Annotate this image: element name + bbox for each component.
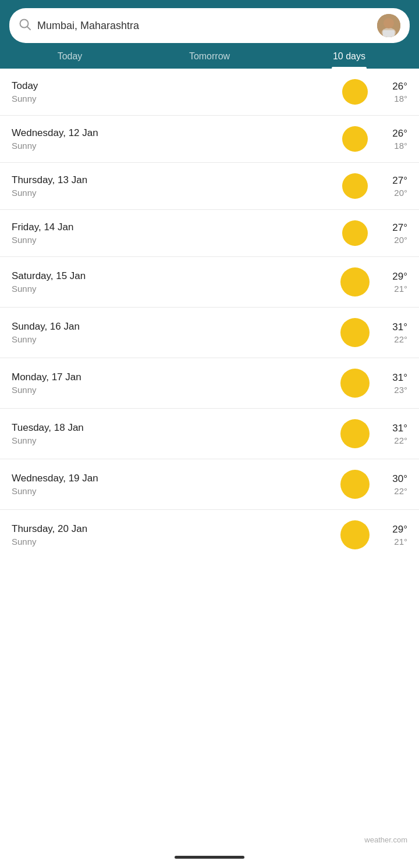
temperatures: 31° 22° xyxy=(372,423,407,445)
day-name: Thursday, 13 Jan xyxy=(12,174,338,186)
temperatures: 27° 20° xyxy=(372,175,407,198)
weather-list: Today Sunny 26° 18° Wednesday, 12 Jan Su… xyxy=(0,69,419,830)
day-name: Tuesday, 18 Jan xyxy=(12,422,338,434)
sunny-icon xyxy=(342,126,368,152)
sunny-icon xyxy=(340,419,370,448)
tab-10days[interactable]: 10 days xyxy=(279,43,419,69)
day-name: Saturday, 15 Jan xyxy=(12,270,338,282)
temperatures: 29° 21° xyxy=(372,524,407,546)
temp-low: 22° xyxy=(394,435,407,445)
day-name: Monday, 17 Jan xyxy=(12,372,338,383)
weather-row[interactable]: Monday, 17 Jan Sunny 31° 23° xyxy=(0,358,419,409)
weather-icon-area xyxy=(338,220,372,246)
temperatures: 27° 20° xyxy=(372,222,407,245)
temp-high: 31° xyxy=(392,372,407,384)
weather-icon-area xyxy=(338,470,372,499)
home-indicator xyxy=(175,856,244,859)
condition: Sunny xyxy=(12,334,338,344)
temp-high: 29° xyxy=(392,524,407,535)
temp-high: 31° xyxy=(392,423,407,434)
condition: Sunny xyxy=(12,385,338,395)
temperatures: 26° 18° xyxy=(372,128,407,151)
temp-low: 21° xyxy=(394,284,407,294)
condition: Sunny xyxy=(12,188,338,198)
weather-row[interactable]: Friday, 14 Jan Sunny 27° 20° xyxy=(0,210,419,257)
temp-high: 26° xyxy=(392,128,407,140)
sunny-icon xyxy=(340,318,370,347)
day-name: Sunday, 16 Jan xyxy=(12,321,338,333)
svg-rect-5 xyxy=(383,30,395,37)
day-name: Wednesday, 12 Jan xyxy=(12,127,338,139)
condition: Sunny xyxy=(12,141,338,151)
day-info: Friday, 14 Jan Sunny xyxy=(12,222,338,245)
attribution: weather.com xyxy=(0,830,419,851)
svg-point-4 xyxy=(384,18,394,28)
tab-bar: Today Tomorrow 10 days xyxy=(0,43,419,69)
condition: Sunny xyxy=(12,435,338,445)
weather-row[interactable]: Saturday, 15 Jan Sunny 29° 21° xyxy=(0,257,419,308)
temp-high: 31° xyxy=(392,322,407,333)
sunny-icon xyxy=(340,520,370,549)
search-input-display[interactable]: Mumbai, Maharashtra xyxy=(37,20,371,32)
day-info: Sunday, 16 Jan Sunny xyxy=(12,321,338,344)
condition: Sunny xyxy=(12,537,338,546)
day-name: Friday, 14 Jan xyxy=(12,222,338,233)
weather-row[interactable]: Tuesday, 18 Jan Sunny 31° 22° xyxy=(0,409,419,459)
temp-low: 18° xyxy=(394,94,407,103)
weather-icon-area xyxy=(338,419,372,448)
weather-row[interactable]: Today Sunny 26° 18° xyxy=(0,69,419,116)
temperatures: 31° 23° xyxy=(372,372,407,395)
weather-icon-area xyxy=(338,126,372,152)
temp-low: 23° xyxy=(394,385,407,395)
day-info: Wednesday, 19 Jan Sunny xyxy=(12,473,338,496)
weather-row[interactable]: Wednesday, 12 Jan Sunny 26° 18° xyxy=(0,116,419,163)
day-info: Wednesday, 12 Jan Sunny xyxy=(12,127,338,151)
temp-high: 29° xyxy=(392,271,407,283)
sunny-icon xyxy=(340,369,370,398)
sunny-icon xyxy=(342,220,368,246)
avatar[interactable] xyxy=(377,14,400,37)
sunny-icon xyxy=(340,470,370,499)
temp-low: 22° xyxy=(394,334,407,344)
temp-low: 22° xyxy=(394,486,407,496)
day-name: Wednesday, 19 Jan xyxy=(12,473,338,484)
temp-high: 27° xyxy=(392,175,407,187)
day-info: Tuesday, 18 Jan Sunny xyxy=(12,422,338,445)
condition: Sunny xyxy=(12,486,338,496)
search-area: Mumbai, Maharashtra xyxy=(0,0,419,43)
tab-today[interactable]: Today xyxy=(0,43,140,69)
temperatures: 30° 22° xyxy=(372,473,407,496)
day-name: Today xyxy=(12,80,338,92)
weather-row[interactable]: Sunday, 16 Jan Sunny 31° 22° xyxy=(0,308,419,358)
day-info: Thursday, 13 Jan Sunny xyxy=(12,174,338,198)
sunny-icon xyxy=(342,173,368,199)
temp-high: 26° xyxy=(392,81,407,92)
bottom-bar xyxy=(0,851,419,868)
search-bar[interactable]: Mumbai, Maharashtra xyxy=(9,8,410,43)
weather-icon-area xyxy=(338,267,372,297)
weather-row[interactable]: Thursday, 13 Jan Sunny 27° 20° xyxy=(0,163,419,210)
temp-low: 20° xyxy=(394,188,407,198)
sunny-icon xyxy=(340,267,370,297)
condition: Sunny xyxy=(12,235,338,245)
weather-row[interactable]: Thursday, 20 Jan Sunny 29° 21° xyxy=(0,510,419,560)
condition: Sunny xyxy=(12,94,338,103)
temperatures: 31° 22° xyxy=(372,322,407,344)
weather-icon-area xyxy=(338,520,372,549)
temp-low: 18° xyxy=(394,141,407,151)
temp-low: 21° xyxy=(394,537,407,546)
day-info: Monday, 17 Jan Sunny xyxy=(12,372,338,395)
day-info: Saturday, 15 Jan Sunny xyxy=(12,270,338,294)
condition: Sunny xyxy=(12,284,338,294)
weather-icon-area xyxy=(338,173,372,199)
day-info: Today Sunny xyxy=(12,80,338,103)
svg-line-1 xyxy=(27,26,30,29)
day-name: Thursday, 20 Jan xyxy=(12,523,338,535)
weather-row[interactable]: Wednesday, 19 Jan Sunny 30° 22° xyxy=(0,459,419,510)
search-icon xyxy=(19,18,31,34)
weather-icon-area xyxy=(338,369,372,398)
temp-low: 20° xyxy=(394,235,407,245)
weather-icon-area xyxy=(338,79,372,105)
tab-tomorrow[interactable]: Tomorrow xyxy=(140,43,279,69)
day-info: Thursday, 20 Jan Sunny xyxy=(12,523,338,546)
